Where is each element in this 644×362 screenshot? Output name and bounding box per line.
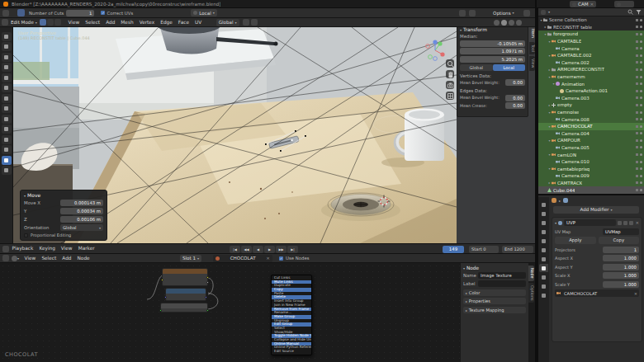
row-visibility-icons[interactable] xyxy=(636,175,642,177)
row-visibility-icons[interactable] xyxy=(636,90,642,92)
row-visibility-icons[interactable] xyxy=(636,61,642,63)
jump-to-end-button[interactable]: ▶| xyxy=(287,246,298,253)
measure-tool-button[interactable] xyxy=(2,115,12,124)
row-visibility-icons[interactable] xyxy=(636,47,642,49)
face-select-mode-icon[interactable] xyxy=(54,19,61,26)
outliner-row-cameraaction-001[interactable]: CameraAction.001 xyxy=(538,87,644,95)
expand-caret-icon[interactable]: ▾ xyxy=(547,54,552,58)
row-visibility-icons[interactable] xyxy=(636,161,642,163)
editor-type-icon[interactable] xyxy=(2,255,9,261)
menu-vertex[interactable]: Vertex xyxy=(136,18,158,27)
orientation-dropdown[interactable]: Global▾ xyxy=(60,224,103,231)
edge-select-mode-icon[interactable] xyxy=(47,19,54,26)
inset-tool-button[interactable] xyxy=(2,135,12,144)
expand-caret-icon[interactable]: ▸ xyxy=(543,25,547,29)
object-icon[interactable] xyxy=(552,198,556,203)
node-name-field[interactable]: Image Texture xyxy=(478,272,526,279)
expand-caret-icon[interactable]: ▾ xyxy=(547,125,552,129)
outliner-row-camera-010[interactable]: Camera.010 xyxy=(538,158,644,166)
scale-x-field[interactable]: 1.000 xyxy=(603,272,639,279)
expand-caret-icon[interactable]: ▾ xyxy=(539,18,543,22)
area-divider[interactable] xyxy=(535,0,537,362)
move-x-field[interactable]: 0.000143 m xyxy=(60,200,103,206)
snap-icon[interactable] xyxy=(459,10,466,16)
node-label-field[interactable] xyxy=(478,280,526,287)
scale-tool-button[interactable] xyxy=(2,83,12,92)
unlink-scene-icon[interactable]: × xyxy=(590,2,594,7)
section-color[interactable]: ▸ Color xyxy=(463,289,526,296)
row-visibility-icons[interactable] xyxy=(636,54,642,57)
move-z-field[interactable]: 0.00106 m xyxy=(60,216,103,223)
menu-marker[interactable]: Marker xyxy=(75,244,97,253)
wrench-icon[interactable] xyxy=(563,198,568,203)
annotate-tool-button[interactable] xyxy=(2,104,12,113)
menu-keying[interactable]: Keying xyxy=(36,244,58,253)
outliner-row-foreground[interactable]: ▾foreground xyxy=(538,31,644,38)
menu-select[interactable]: Select xyxy=(83,18,103,27)
tab-view[interactable]: View xyxy=(529,56,535,70)
outliner-row-camera-005[interactable]: Camera.005 xyxy=(538,144,644,152)
row-visibility-icons[interactable] xyxy=(636,125,642,128)
outliner-row-cube-044[interactable]: Cube.044 xyxy=(538,186,644,194)
image-texture-node[interactable] xyxy=(162,268,208,286)
row-visibility-icons[interactable] xyxy=(636,26,642,28)
use-nodes-checkbox[interactable]: ✓ xyxy=(279,256,283,261)
move-panel-header[interactable]: ▾ Move xyxy=(24,192,103,198)
active-tool-icon[interactable] xyxy=(17,9,25,16)
outliner-row-camchocolat[interactable]: ▾CAMCHOCOLAT xyxy=(538,123,644,130)
loop-cut-tool-button[interactable] xyxy=(2,156,12,165)
tweak-tool-button[interactable] xyxy=(2,32,12,41)
view-layer-selector[interactable] xyxy=(614,1,634,7)
cursor-3d-tool-button[interactable] xyxy=(2,53,12,62)
uv-map-field[interactable]: UVMap xyxy=(603,228,639,235)
solid-shading-icon[interactable] xyxy=(501,20,507,26)
node-graph-area[interactable]: Cut LinksMute LinksDuplicateCopyPasteDel… xyxy=(0,263,460,362)
knife-tool-button[interactable] xyxy=(2,166,12,175)
outliner-row-camerramm[interactable]: ▾camerramm xyxy=(538,73,644,81)
tab-tool[interactable]: Tool xyxy=(529,42,535,54)
node-panel-header[interactable]: ▾ Node xyxy=(463,266,526,270)
expand-caret-icon[interactable]: ▸ xyxy=(547,103,552,107)
row-visibility-icons[interactable] xyxy=(636,167,642,170)
material-slot-dropdown[interactable]: Slot 1▾ xyxy=(180,255,201,262)
edge-bevel-field[interactable]: 0.00 xyxy=(505,95,525,101)
outliner-row-camtrack[interactable]: ▸CAMTRACK xyxy=(538,180,644,187)
outliner-row-camlon[interactable]: ▾camLON xyxy=(538,151,644,158)
bevel-tool-button[interactable] xyxy=(2,145,12,154)
shader-editor[interactable]: ▾ View Select Add Node Slot 1▾ CHOCOLAT … xyxy=(0,254,535,362)
show-in-viewport-toggle[interactable] xyxy=(623,221,627,225)
menu-select[interactable]: Select xyxy=(39,254,59,263)
menu-mesh[interactable]: Mesh xyxy=(118,18,136,27)
scale-y-field[interactable]: 1.000 xyxy=(603,281,639,288)
mean-crease-field[interactable]: 0.00 xyxy=(505,102,525,109)
number-of-cuts-field[interactable]: 1 xyxy=(66,10,94,16)
section-properties[interactable]: ▸ Properties xyxy=(463,298,526,304)
tab-item[interactable]: Item xyxy=(529,26,535,40)
next-keyframe-button[interactable]: ▶▶ xyxy=(276,246,286,253)
expand-caret-icon[interactable]: ▸ xyxy=(547,181,552,185)
menu-face[interactable]: Face xyxy=(175,18,192,27)
transform-tool-button[interactable] xyxy=(2,94,12,103)
menu-node[interactable]: Node xyxy=(74,254,92,263)
editor-type-icon[interactable] xyxy=(2,19,8,26)
tab-options[interactable]: Options xyxy=(528,283,534,303)
properties-tab-particles[interactable] xyxy=(539,273,548,281)
outliner-row-empty[interactable]: ▸empty xyxy=(538,101,644,109)
outliner-row-camera[interactable]: Camera xyxy=(538,45,644,52)
local-toggle-button[interactable]: Local xyxy=(493,64,526,71)
outliner-row-camera-002[interactable]: Camera.002 xyxy=(538,59,644,67)
viewport-3d[interactable]: Edit Mode ▾ View Select Add Mesh Vertex … xyxy=(0,18,535,243)
aspect-y-field[interactable]: 1.000 xyxy=(603,264,639,270)
shader-type-icon[interactable] xyxy=(12,256,17,261)
outliner-row-scene-collection[interactable]: ▾Scene Collection xyxy=(538,16,644,24)
editor-type-icon[interactable] xyxy=(541,10,546,15)
add-modifier-button[interactable]: Add Modifier ▾ xyxy=(553,206,639,214)
expand-caret-icon[interactable]: ▾ xyxy=(547,110,552,115)
camera-view-icon[interactable] xyxy=(446,81,454,89)
show-in-render-toggle[interactable] xyxy=(629,221,633,225)
properties-tab-render[interactable] xyxy=(539,209,548,218)
row-visibility-icons[interactable] xyxy=(636,68,642,71)
toggle-ortho-icon[interactable] xyxy=(446,92,454,100)
expand-caret-icon[interactable]: ▾ xyxy=(543,32,547,36)
proportional-falloff-icon[interactable] xyxy=(251,19,258,26)
